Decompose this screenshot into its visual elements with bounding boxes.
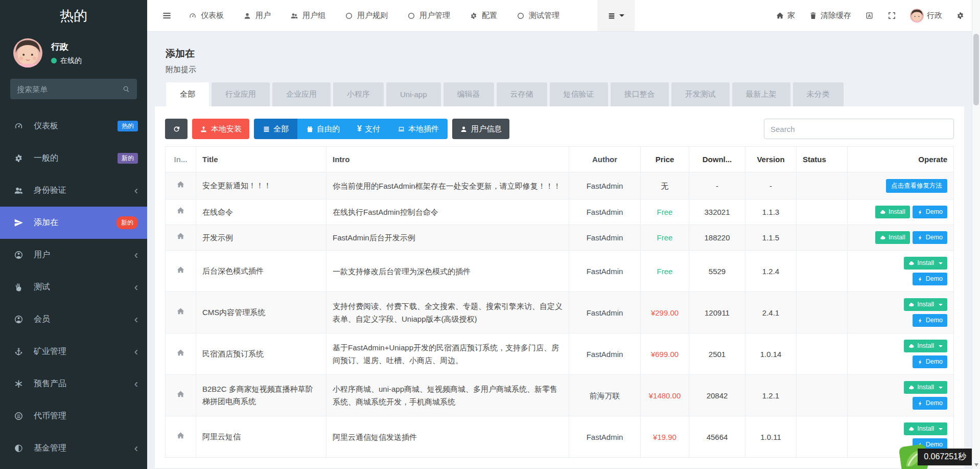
tab-10[interactable]: 最新上架 [732, 82, 790, 106]
fullscreen-button[interactable] [888, 11, 896, 20]
refresh-button[interactable] [165, 119, 188, 139]
sidebar-item-general[interactable]: 一般的新的 [0, 142, 147, 174]
addon-home-cell[interactable] [166, 333, 196, 375]
profile-menu[interactable]: 行政 [910, 9, 942, 23]
tab-2[interactable]: 企业应用 [272, 82, 331, 106]
nav-item-dashboard[interactable]: 仪表板 [179, 0, 234, 31]
home-icon [176, 180, 185, 189]
bolt-icon [917, 359, 923, 365]
addon-home-cell[interactable] [166, 292, 196, 333]
filter-button-group: 全部自由的¥支付本地插件 [254, 119, 448, 139]
install-button[interactable]: Install [904, 298, 947, 311]
sidebar-item-addon[interactable]: 添加在新的 [0, 207, 147, 239]
addon-operate-cell: InstallDemo [848, 292, 954, 333]
sidebar-item-dashboard[interactable]: 仪表板热的 [0, 110, 147, 142]
nav-item-user[interactable]: 用户 [234, 0, 281, 31]
addon-home-cell[interactable] [166, 199, 196, 225]
settings-button[interactable] [956, 11, 965, 20]
addon-operate-cell: InstallDemo [848, 251, 954, 292]
addon-home-cell[interactable] [166, 375, 196, 416]
home-icon [176, 307, 185, 316]
demo-button[interactable]: Demo [913, 206, 947, 218]
cloud-download-icon [880, 235, 886, 241]
sidebar-item-mining[interactable]: 矿业管理‹ [0, 336, 147, 368]
asterisk-icon [14, 379, 25, 389]
tab-9[interactable]: 开发测试 [671, 82, 730, 106]
laptop-icon [398, 125, 405, 133]
home-button[interactable]: 家 [776, 11, 795, 20]
cloud-download-icon [908, 385, 915, 391]
demo-button[interactable]: Demo [913, 397, 947, 410]
nav-item-userrule[interactable]: 用户规则 [335, 0, 398, 31]
language-button[interactable] [865, 11, 874, 20]
nav-item-testmanage[interactable]: 测试管理 [507, 0, 569, 31]
filter-button-2[interactable]: ¥支付 [348, 119, 389, 139]
tab-0[interactable]: 全部 [166, 82, 209, 106]
user-avatar[interactable] [13, 38, 42, 68]
tab-11[interactable]: 未分类 [793, 82, 844, 106]
sidebar-item-token[interactable]: 代币管理 [0, 400, 147, 432]
user-status: 在线的 [51, 56, 82, 65]
install-button[interactable]: Install [904, 422, 947, 435]
demo-button[interactable]: Demo [913, 314, 947, 327]
sidebar-item-user[interactable]: 用户‹ [0, 239, 147, 271]
tab-7[interactable]: 短信验证 [550, 82, 608, 106]
nav-item-usergroup[interactable]: 用户组 [281, 0, 335, 31]
nav-item-config[interactable]: 配置 [460, 0, 507, 31]
demo-label: Demo [926, 317, 943, 324]
sidebar-toggle-button[interactable] [147, 0, 179, 31]
search-icon[interactable] [122, 85, 130, 93]
local-install-button[interactable]: 本地安装 [192, 119, 249, 139]
chevron-left-icon: ‹ [134, 282, 138, 293]
addon-title: 开发示例 [196, 225, 326, 251]
demo-button[interactable]: Demo [913, 231, 947, 244]
userinfo-button[interactable]: 用户信息 [452, 119, 509, 139]
sidebar-item-test[interactable]: 测试‹ [0, 271, 147, 303]
demo-button[interactable]: Demo [913, 355, 947, 368]
scrollbar-down-arrow[interactable] [974, 463, 978, 466]
view-fix-button[interactable]: 点击查看修复方法 [886, 179, 947, 193]
tab-8[interactable]: 接口整合 [611, 82, 669, 106]
sidebar-item-auth[interactable]: 身份验证‹ [0, 174, 147, 207]
sidebar-item-label: 仪表板 [34, 121, 58, 131]
sidebar-item-member[interactable]: 会员‹ [0, 303, 147, 336]
demo-button[interactable]: Demo [913, 273, 947, 285]
app-logo[interactable]: 热的 [0, 0, 147, 32]
sidebar-search-input[interactable] [17, 85, 122, 94]
sidebar-item-fund[interactable]: 基金管理‹ [0, 432, 147, 464]
scrollbar-thumb[interactable] [973, 34, 979, 105]
sidebar-item-presale[interactable]: 预售产品‹ [0, 368, 147, 400]
anchor-icon [14, 347, 25, 356]
addon-price: ¥299.00 [641, 292, 689, 333]
addon-home-cell[interactable] [166, 251, 196, 292]
nav-item-usermanage[interactable]: 用户管理 [398, 0, 460, 31]
filter-button-0[interactable]: 全部 [254, 119, 297, 139]
addon-home-cell[interactable] [166, 225, 196, 251]
filter-button-3[interactable]: 本地插件 [389, 119, 448, 139]
addon-price: Free [641, 225, 689, 251]
install-button[interactable]: Install [875, 231, 910, 244]
clear-cache-button[interactable]: 清除缓存 [809, 11, 851, 20]
tab-3[interactable]: 小程序 [333, 82, 384, 106]
nav-overflow-dropdown[interactable] [597, 0, 635, 31]
table-search-input[interactable] [771, 125, 947, 133]
tab-5[interactable]: 编辑器 [444, 82, 494, 106]
vertical-scrollbar[interactable] [972, 0, 980, 469]
column-header: Operate [848, 147, 954, 172]
coins-icon [14, 411, 25, 421]
category-tabs: 全部行业应用企业应用小程序Uni-app编辑器云存储短信验证接口整合开发测试最新… [155, 82, 964, 106]
addon-home-cell[interactable] [166, 416, 196, 458]
install-button[interactable]: Install [904, 257, 947, 270]
tab-1[interactable]: 行业应用 [212, 82, 270, 106]
caret-down-icon [939, 304, 943, 306]
tab-6[interactable]: 云存储 [497, 82, 547, 106]
install-button[interactable]: Install [904, 340, 947, 352]
filter-button-1[interactable]: 自由的 [297, 119, 348, 139]
install-button[interactable]: Install [875, 206, 910, 218]
tab-4[interactable]: Uni-app [386, 82, 441, 106]
tab-label: 接口整合 [624, 90, 655, 99]
install-button[interactable]: Install [904, 381, 947, 394]
table-row: CMS内容管理系统支持付费阅读、付费下载、全文搜索、专题、搜索引擎来访、自定义表… [166, 292, 954, 333]
addon-downloads: - [689, 172, 745, 199]
addon-home-cell[interactable] [166, 172, 196, 199]
